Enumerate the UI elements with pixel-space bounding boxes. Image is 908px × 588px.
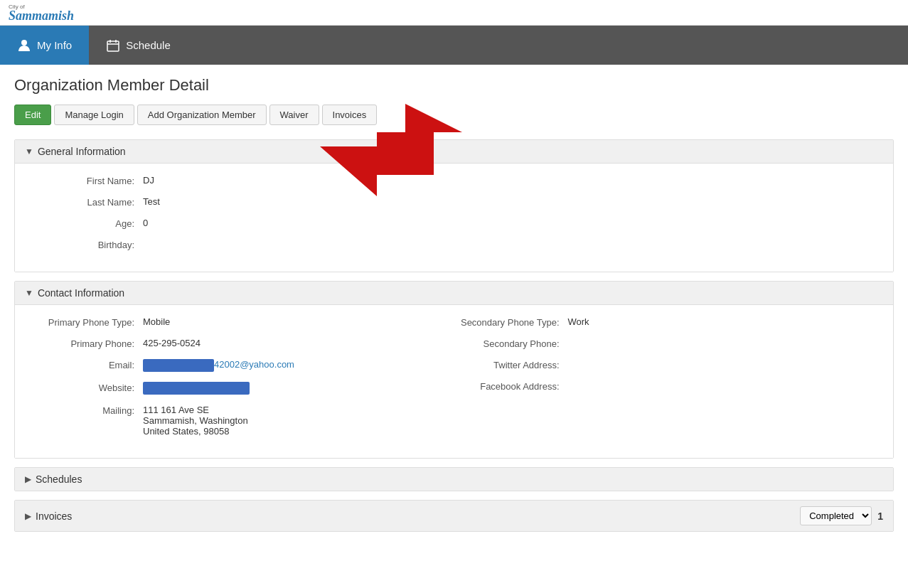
logo: City of Sammamish	[9, 1, 87, 23]
schedules-label: Schedules	[36, 474, 82, 485]
manage-login-button[interactable]: Manage Login	[54, 105, 134, 125]
primary-phone-label: Primary Phone:	[29, 338, 143, 349]
general-information-header[interactable]: ▼ General Information	[15, 140, 893, 164]
email-label: Email:	[29, 359, 143, 370]
field-secondary-phone: Secondary Phone:	[454, 338, 880, 349]
first-name-label: First Name:	[29, 175, 143, 186]
field-facebook: Facebook Address:	[454, 380, 880, 392]
field-primary-phone-type: Primary Phone Type: Mobile	[29, 316, 454, 328]
invoices-header-left: ▶ Invoices	[25, 511, 72, 522]
invoices-section: ▶ Invoices Completed All Pending Cancell…	[14, 500, 894, 532]
primary-phone-type-value: Mobile	[143, 316, 170, 327]
svg-text:Sammamish: Sammamish	[9, 9, 74, 21]
calendar-icon	[106, 38, 120, 53]
invoices-header[interactable]: ▶ Invoices Completed All Pending Cancell…	[15, 501, 893, 531]
svg-rect-3	[107, 41, 119, 51]
page-content: Organization Member Detail Edit Manage L…	[0, 65, 908, 552]
contact-right-col: Secondary Phone Type: Work Secondary Pho…	[454, 316, 880, 447]
facebook-label: Facebook Address:	[454, 380, 568, 392]
nav-item-my-info[interactable]: My Info	[0, 26, 89, 65]
email-link[interactable]: 42002@yahoo.com	[214, 359, 294, 370]
invoices-tab-button[interactable]: Invoices	[322, 105, 378, 125]
add-organization-member-button[interactable]: Add Organization Member	[137, 105, 267, 125]
contact-information-section: ▼ Contact Information Primary Phone Type…	[14, 281, 894, 459]
contact-information-header[interactable]: ▼ Contact Information	[15, 282, 893, 305]
chevron-down-icon-contact: ▼	[25, 288, 33, 298]
field-website: Website:	[29, 382, 454, 395]
schedules-section: ▶ Schedules	[14, 467, 894, 491]
field-twitter: Twitter Address:	[454, 359, 880, 370]
secondary-phone-type-label: Secondary Phone Type:	[454, 316, 568, 328]
field-last-name: Last Name: Test	[29, 196, 879, 208]
field-mailing: Mailing: 111 161 Ave SESammamish, Washin…	[29, 405, 454, 437]
page-title: Organization Member Detail	[14, 76, 894, 95]
logo-bar: City of Sammamish	[0, 0, 908, 26]
general-information-body: First Name: DJ Last Name: Test Age: 0 Bi…	[15, 164, 893, 272]
nav-label-schedule: Schedule	[126, 39, 171, 51]
action-buttons: Edit Manage Login Add Organization Membe…	[14, 105, 894, 125]
mailing-label: Mailing:	[29, 405, 143, 416]
invoices-filter-select[interactable]: Completed All Pending Cancelled	[800, 506, 872, 525]
contact-information-body: Primary Phone Type: Mobile Primary Phone…	[15, 305, 893, 458]
waiver-button[interactable]: Waiver	[269, 105, 319, 125]
person-icon	[17, 38, 31, 53]
age-value: 0	[143, 218, 148, 228]
birthday-label: Birthday:	[29, 239, 143, 250]
chevron-down-icon: ▼	[25, 146, 33, 156]
secondary-phone-label: Secondary Phone:	[454, 338, 568, 349]
nav-label-my-info: My Info	[37, 39, 72, 51]
contact-grid: Primary Phone Type: Mobile Primary Phone…	[29, 316, 879, 447]
website-value	[143, 382, 250, 395]
chevron-right-icon-schedules: ▶	[25, 474, 31, 484]
general-information-label: General Information	[38, 146, 126, 157]
field-first-name: First Name: DJ	[29, 175, 879, 186]
email-value: 42002@yahoo.com	[143, 359, 294, 372]
first-name-value: DJ	[143, 175, 154, 186]
primary-phone-value: 425-295-0524	[143, 338, 201, 348]
website-label: Website:	[29, 382, 143, 393]
edit-button[interactable]: Edit	[14, 105, 51, 125]
invoices-controls: Completed All Pending Cancelled 1	[800, 506, 883, 525]
twitter-label: Twitter Address:	[454, 359, 568, 370]
nav-item-schedule[interactable]: Schedule	[89, 26, 188, 65]
field-birthday: Birthday:	[29, 239, 879, 250]
field-primary-phone: Primary Phone: 425-295-0524	[29, 338, 454, 349]
field-secondary-phone-type: Secondary Phone Type: Work	[454, 316, 880, 328]
age-label: Age:	[29, 218, 143, 229]
website-redacted-block	[143, 382, 250, 395]
field-age: Age: 0	[29, 218, 879, 229]
email-redacted-block	[143, 359, 214, 372]
field-email: Email: 42002@yahoo.com	[29, 359, 454, 372]
schedules-header[interactable]: ▶ Schedules	[15, 468, 893, 491]
general-information-section: ▼ General Information First Name: DJ Las…	[14, 139, 894, 272]
invoice-count: 1	[877, 511, 883, 522]
contact-left-col: Primary Phone Type: Mobile Primary Phone…	[29, 316, 454, 447]
last-name-value: Test	[143, 196, 160, 207]
mailing-value: 111 161 Ave SESammamish, WashingtonUnite…	[143, 405, 248, 437]
svg-point-2	[21, 40, 27, 46]
last-name-label: Last Name:	[29, 196, 143, 208]
secondary-phone-type-value: Work	[568, 316, 589, 327]
contact-information-label: Contact Information	[38, 287, 124, 299]
chevron-right-icon-invoices: ▶	[25, 511, 31, 521]
primary-phone-type-label: Primary Phone Type:	[29, 316, 143, 328]
nav-bar: My Info Schedule	[0, 26, 908, 65]
invoices-label: Invoices	[36, 511, 72, 522]
